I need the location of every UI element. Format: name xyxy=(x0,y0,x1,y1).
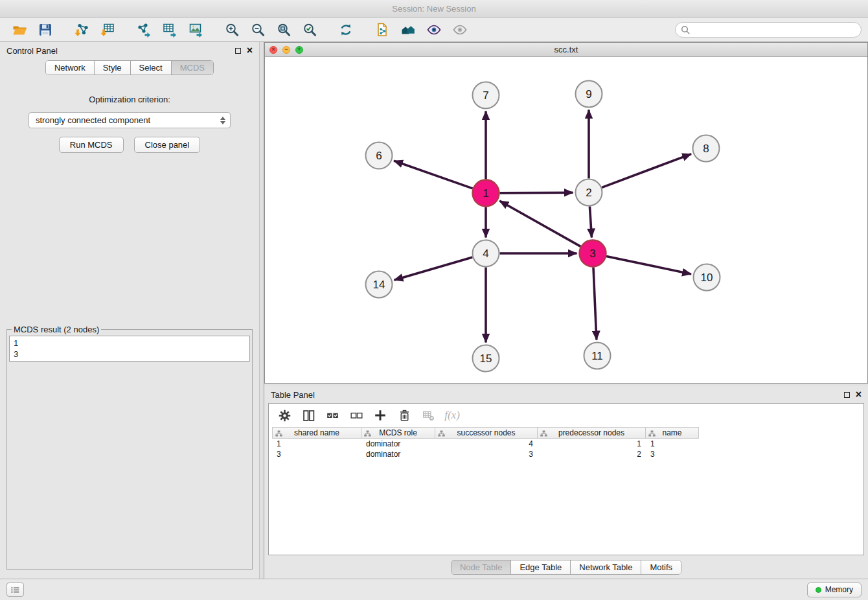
table-tab-network-table[interactable]: Network Table xyxy=(571,560,641,574)
node-3[interactable]: 3 xyxy=(580,240,606,267)
node-7[interactable]: 7 xyxy=(473,82,499,109)
import-network-button[interactable] xyxy=(69,19,95,40)
show-columns-button[interactable] xyxy=(299,406,318,424)
import-network-icon xyxy=(74,22,89,38)
zoom-fit-button[interactable] xyxy=(271,19,297,40)
table-tab-edge-table[interactable]: Edge Table xyxy=(511,560,571,574)
close-table-panel-icon[interactable]: × xyxy=(856,391,862,398)
node-11[interactable]: 11 xyxy=(584,343,611,369)
status-bar: Memory xyxy=(0,579,868,600)
apply-function-button[interactable]: f(x) xyxy=(442,406,462,424)
export-image-button[interactable] xyxy=(183,19,209,40)
close-window-button[interactable]: × xyxy=(269,46,277,54)
column-header-MCDS-role[interactable]: MCDS role xyxy=(361,427,435,439)
network-graph: 7968124314101511 xyxy=(265,57,867,383)
table-cell: 3 xyxy=(646,449,699,459)
column-header-shared-name[interactable]: shared name xyxy=(272,427,361,439)
export-document-button[interactable] xyxy=(369,19,395,40)
svg-text:4: 4 xyxy=(483,248,488,260)
zoom-in-button[interactable] xyxy=(219,19,245,40)
run-mcds-button[interactable]: Run MCDS xyxy=(59,137,124,153)
table-mode-button[interactable] xyxy=(275,406,294,424)
show-graphics-details-button[interactable] xyxy=(447,19,473,40)
svg-text:9: 9 xyxy=(586,88,591,100)
mcds-result-list[interactable]: 1 3 xyxy=(9,336,250,362)
node-6[interactable]: 6 xyxy=(366,143,393,169)
table-row[interactable]: 1dominator411 xyxy=(272,439,863,449)
export-table-button[interactable] xyxy=(157,19,183,40)
node-2[interactable]: 2 xyxy=(576,179,602,206)
column-header-successor-nodes[interactable]: successor nodes xyxy=(435,427,538,439)
export-network-button[interactable] xyxy=(131,19,157,40)
node-4[interactable]: 4 xyxy=(473,240,499,267)
show-hide-graphics-button[interactable] xyxy=(421,19,447,40)
column-header-name[interactable]: name xyxy=(646,427,699,439)
column-header-predecessor-nodes[interactable]: predecessor nodes xyxy=(538,427,646,439)
edge-3-1[interactable] xyxy=(499,201,580,246)
table-toolbar: f(x) xyxy=(269,404,863,427)
svg-text:10: 10 xyxy=(701,271,713,284)
float-panel-icon[interactable] xyxy=(235,48,241,54)
edge-3-11[interactable] xyxy=(593,268,597,340)
edge-3-10[interactable] xyxy=(606,256,691,274)
task-history-button[interactable] xyxy=(6,583,24,597)
tab-select[interactable]: Select xyxy=(131,61,172,75)
window-title: Session: New Session xyxy=(392,4,475,14)
memory-button[interactable]: Memory xyxy=(807,583,862,597)
node-1[interactable]: 1 xyxy=(473,180,499,207)
sort-icon xyxy=(275,430,282,439)
minimize-window-button[interactable]: − xyxy=(282,46,290,54)
tab-network[interactable]: Network xyxy=(46,61,95,75)
trash-icon xyxy=(398,409,411,422)
node-8[interactable]: 8 xyxy=(693,135,720,162)
home-networks-button[interactable] xyxy=(395,19,421,40)
network-canvas[interactable]: 7968124314101511 xyxy=(265,57,867,383)
node-9[interactable]: 9 xyxy=(576,81,602,108)
table-tab-node-table[interactable]: Node Table xyxy=(451,560,512,574)
window-titlebar[interactable]: Session: New Session xyxy=(0,0,868,17)
select-all-button[interactable] xyxy=(323,406,342,424)
close-panel-icon[interactable]: × xyxy=(247,47,253,54)
table-cell: dominator xyxy=(361,449,435,459)
node-10[interactable]: 10 xyxy=(694,264,720,291)
save-session-button[interactable] xyxy=(32,19,58,40)
deselect-all-button[interactable] xyxy=(347,406,366,424)
node-15[interactable]: 15 xyxy=(473,345,499,372)
close-panel-button[interactable]: Close panel xyxy=(134,137,201,153)
delete-table-button[interactable] xyxy=(418,406,438,424)
zoom-window-button[interactable]: + xyxy=(295,46,303,54)
search-box[interactable] xyxy=(675,22,862,38)
sort-icon xyxy=(438,430,445,439)
delete-column-button[interactable] xyxy=(394,406,414,424)
svg-text:7: 7 xyxy=(483,89,488,102)
eye-icon xyxy=(452,22,468,38)
edge-1-6[interactable] xyxy=(394,161,473,189)
panel-splitter[interactable] xyxy=(259,42,264,579)
tab-style[interactable]: Style xyxy=(95,61,131,75)
table-panel-title: Table Panel xyxy=(271,390,315,400)
edge-2-3[interactable] xyxy=(589,207,591,238)
open-folder-icon xyxy=(12,22,28,38)
refresh-view-button[interactable] xyxy=(333,19,359,40)
open-file-button[interactable] xyxy=(6,19,32,40)
table-tab-motifs[interactable]: Motifs xyxy=(641,560,681,574)
table-cell: 3 xyxy=(435,449,538,459)
search-input[interactable] xyxy=(693,24,856,35)
network-window-titlebar[interactable]: × − + scc.txt xyxy=(265,43,867,57)
eye-colored-icon xyxy=(426,22,442,38)
add-column-button[interactable] xyxy=(371,406,390,424)
criterion-dropdown[interactable]: strongly connected component xyxy=(29,112,231,128)
edge-4-14[interactable] xyxy=(394,257,473,280)
table-row[interactable]: 3dominator323 xyxy=(272,449,863,459)
node-table-body: 1dominator4113dominator323 xyxy=(269,439,863,459)
table-cell: dominator xyxy=(361,439,435,449)
zoom-out-button[interactable] xyxy=(245,19,271,40)
edge-2-8[interactable] xyxy=(602,154,691,188)
table-cell: 1 xyxy=(646,439,699,449)
zoom-selected-button[interactable] xyxy=(297,19,323,40)
import-table-button[interactable] xyxy=(95,19,120,40)
tab-mcds[interactable]: MCDS xyxy=(172,61,213,75)
node-14[interactable]: 14 xyxy=(366,271,393,298)
edge-1-2[interactable] xyxy=(500,192,573,193)
float-table-panel-icon[interactable] xyxy=(844,392,850,398)
